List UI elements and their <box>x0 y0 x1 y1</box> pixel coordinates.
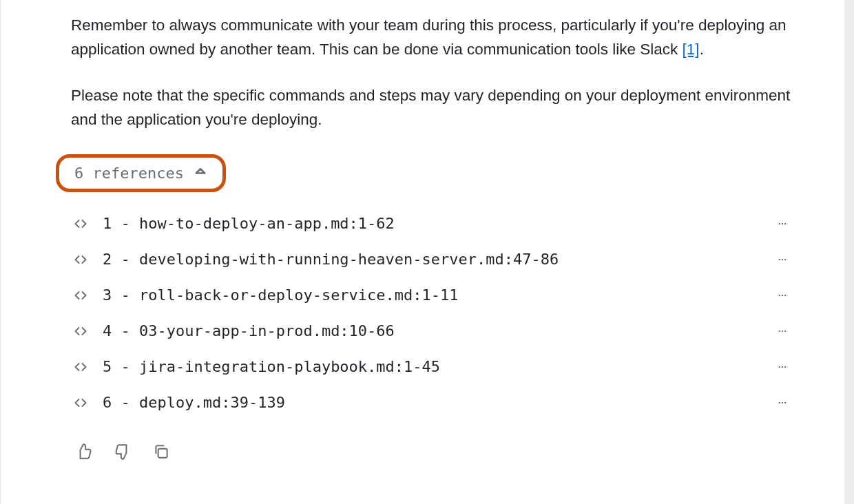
copy-button[interactable] <box>149 440 173 463</box>
ellipsis-icon <box>773 219 791 229</box>
code-icon <box>71 288 90 303</box>
reference-label: 2 - developing-with-running-heaven-serve… <box>103 251 769 268</box>
svg-point-14 <box>784 366 786 367</box>
response-text: Remember to always communicate with your… <box>27 0 844 132</box>
reference-more-button[interactable] <box>769 250 796 269</box>
code-icon <box>71 216 90 231</box>
code-icon <box>71 324 90 339</box>
ellipsis-icon <box>773 291 791 300</box>
thumbs-down-icon <box>114 443 132 461</box>
reference-label: 3 - roll-back-or-deploy-service.md:1-11 <box>103 286 769 304</box>
reference-label: 1 - how-to-deploy-an-app.md:1-62 <box>103 215 769 232</box>
reference-item[interactable]: 5 - jira-integration-playbook.md:1-45 <box>71 349 796 385</box>
reference-more-button[interactable] <box>769 322 796 341</box>
paragraph-1-text-a: Remember to always communicate with your… <box>71 17 787 58</box>
references-toggle-label: 6 references <box>74 165 184 182</box>
svg-point-16 <box>782 401 783 403</box>
references-list: 1 - how-to-deploy-an-app.md:1-622 - deve… <box>71 206 796 421</box>
svg-point-7 <box>782 294 783 295</box>
ellipsis-icon <box>773 398 791 408</box>
svg-point-6 <box>779 294 780 295</box>
feedback-bar <box>71 421 796 463</box>
reference-label: 6 - deploy.md:39-139 <box>103 394 769 411</box>
svg-rect-18 <box>158 448 167 457</box>
reference-more-button[interactable] <box>769 357 796 377</box>
paragraph-1: Remember to always communicate with your… <box>71 14 796 62</box>
svg-point-13 <box>782 366 783 367</box>
citation-link-1[interactable]: [1] <box>683 41 700 58</box>
svg-point-8 <box>784 294 786 295</box>
reference-more-button[interactable] <box>769 393 796 412</box>
ellipsis-icon <box>773 362 791 372</box>
reference-item[interactable]: 6 - deploy.md:39-139 <box>71 385 796 421</box>
svg-point-0 <box>779 222 780 224</box>
code-icon <box>71 395 90 410</box>
svg-point-17 <box>784 401 786 403</box>
paragraph-1-text-b: . <box>700 41 704 58</box>
svg-point-3 <box>779 258 780 260</box>
reference-label: 4 - 03-your-app-in-prod.md:10-66 <box>103 322 769 339</box>
panel-inner: Remember to always communicate with your… <box>0 0 844 504</box>
thumbs-up-button[interactable] <box>72 440 96 463</box>
reference-more-button[interactable] <box>769 286 796 305</box>
reference-item[interactable]: 1 - how-to-deploy-an-app.md:1-62 <box>71 206 796 242</box>
code-icon <box>71 359 90 375</box>
chat-response-panel: Remember to always communicate with your… <box>0 0 854 504</box>
reference-more-button[interactable] <box>769 214 796 233</box>
copy-icon <box>152 443 170 461</box>
svg-point-12 <box>779 366 780 367</box>
reference-label: 5 - jira-integration-playbook.md:1-45 <box>103 358 769 375</box>
svg-point-2 <box>784 222 786 224</box>
svg-point-11 <box>784 330 786 331</box>
reference-item[interactable]: 4 - 03-your-app-in-prod.md:10-66 <box>71 313 796 349</box>
reference-item[interactable]: 3 - roll-back-or-deploy-service.md:1-11 <box>71 277 796 313</box>
svg-point-4 <box>782 258 783 260</box>
svg-point-10 <box>782 330 783 331</box>
thumbs-up-icon <box>75 443 93 461</box>
reference-item[interactable]: 2 - developing-with-running-heaven-serve… <box>71 242 796 277</box>
svg-point-1 <box>782 222 783 224</box>
code-icon <box>71 252 90 267</box>
svg-point-15 <box>779 401 780 403</box>
paragraph-2: Please note that the specific commands a… <box>71 84 796 132</box>
references-section: 6 references 1 - how-to-deploy-an-app.md… <box>27 154 844 463</box>
ellipsis-icon <box>773 255 791 264</box>
svg-point-5 <box>784 258 786 260</box>
chevron-up-icon <box>194 165 207 182</box>
thumbs-down-button[interactable] <box>111 440 134 463</box>
ellipsis-icon <box>773 326 791 336</box>
references-toggle[interactable]: 6 references <box>56 154 226 192</box>
svg-point-9 <box>779 330 780 331</box>
